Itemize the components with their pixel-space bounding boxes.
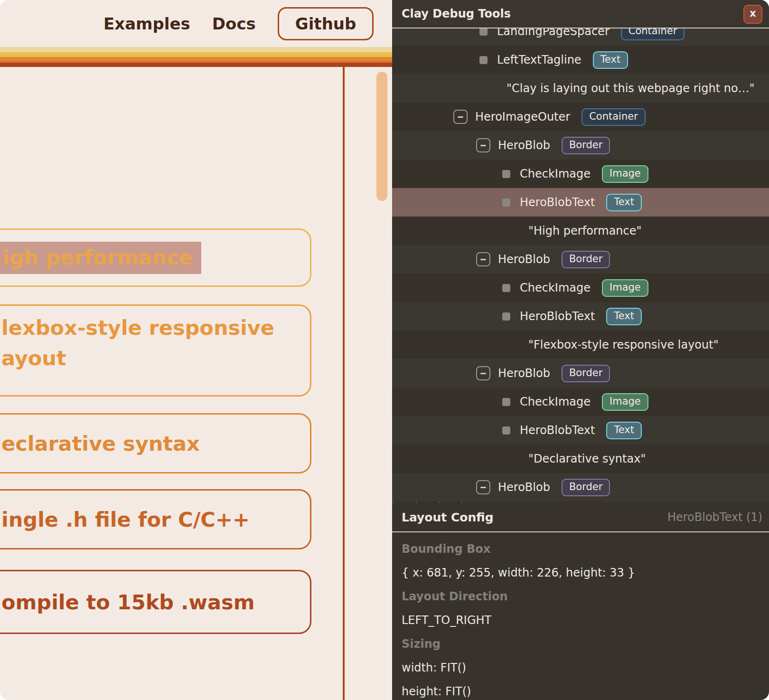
selected-element-name: HeroBlobText (1) <box>667 503 762 531</box>
collapse-toggle-icon[interactable] <box>476 366 490 380</box>
feature-text: ingle .h file for C/C++ <box>0 504 310 535</box>
element-name: CheckImage <box>520 281 591 294</box>
close-icon: x <box>750 8 756 19</box>
element-name: HeroBlobText <box>520 424 595 437</box>
config-property-label: Layout Direction <box>402 585 769 608</box>
app-window: Examples Docs Github igh performancelexb… <box>0 0 769 700</box>
element-name: CheckImage <box>520 395 591 408</box>
element-type-badge: Text <box>593 51 628 69</box>
leaf-icon <box>502 170 510 178</box>
tree-row[interactable]: "Declarative syntax" <box>392 445 769 473</box>
tree-row[interactable]: HeroBlobTextText <box>392 416 769 445</box>
collapse-toggle-icon[interactable] <box>476 252 490 266</box>
leaf-icon <box>502 284 510 292</box>
tree-row[interactable]: HeroBlobBorder <box>392 359 769 388</box>
element-name: LeftTextTagline <box>497 53 581 66</box>
leaf-icon <box>502 426 510 435</box>
element-name: HeroBlobText <box>520 196 595 209</box>
feature-text: lexbox-style responsive <box>0 312 310 343</box>
leaf-icon <box>479 56 488 64</box>
nav-link-examples[interactable]: Examples <box>103 14 190 33</box>
layout-config-body: Bounding Box{ x: 681, y: 255, width: 226… <box>392 532 769 700</box>
text-content-preview: "Clay is laying out this webpage right n… <box>506 82 755 95</box>
element-type-badge: Text <box>606 194 641 211</box>
element-type-badge: Border <box>562 251 610 268</box>
leaf-icon <box>502 398 510 406</box>
top-nav: Examples Docs Github <box>0 0 392 47</box>
element-type-badge: Image <box>602 165 648 183</box>
element-name: LandingPageSpacer <box>497 28 610 38</box>
scrollbar-thumb[interactable] <box>376 72 387 201</box>
github-button[interactable]: Github <box>278 7 374 40</box>
element-type-badge: Image <box>602 279 648 297</box>
feature-card: lexbox-style responsiveayout <box>0 304 311 397</box>
tree-row[interactable]: "Flexbox-style responsive layout" <box>392 331 769 359</box>
collapse-toggle-icon[interactable] <box>453 110 468 124</box>
element-type-badge: Container <box>621 28 685 40</box>
nav-link-docs[interactable]: Docs <box>212 14 256 33</box>
element-type-badge: Border <box>562 137 610 154</box>
element-tree: LandingPageSpacerContainerLeftTextTaglin… <box>392 28 769 503</box>
feature-card: eclarative syntax <box>0 413 311 473</box>
debug-selection-highlight: igh performance <box>0 242 201 274</box>
leaf-icon <box>479 28 488 36</box>
tree-row[interactable]: HeroImageOuterContainer <box>392 103 769 131</box>
feature-text: ompile to 15kb .wasm <box>0 587 310 617</box>
layout-config-header: Layout Config HeroBlobText (1) <box>392 503 769 532</box>
tree-row[interactable]: LandingPageSpacerContainer <box>392 28 769 46</box>
feature-card: ompile to 15kb .wasm <box>0 570 311 634</box>
tree-row[interactable]: HeroBlobTextText <box>392 188 769 217</box>
collapse-toggle-icon[interactable] <box>476 138 490 152</box>
element-name: HeroBlob <box>498 481 550 494</box>
element-name: CheckImage <box>520 167 591 180</box>
close-button[interactable]: x <box>743 5 762 24</box>
element-name: HeroBlob <box>498 139 550 152</box>
element-type-badge: Container <box>581 108 646 126</box>
element-type-badge: Border <box>562 365 610 382</box>
github-button-label: Github <box>295 14 356 33</box>
feature-card: ingle .h file for C/C++ <box>0 489 311 549</box>
text-content-preview: "High performance" <box>528 224 642 237</box>
debug-panel-header: Clay Debug Tools x <box>392 0 769 28</box>
text-content-preview: "Flexbox-style responsive layout" <box>528 338 719 351</box>
debug-panel-title: Clay Debug Tools <box>402 0 511 28</box>
config-property-label: Sizing <box>402 632 769 656</box>
leaf-icon <box>502 312 510 321</box>
config-property-value: LEFT_TO_RIGHT <box>402 608 769 632</box>
feature-text: igh performance <box>2 242 193 273</box>
tree-row[interactable]: LeftTextTaglineText <box>392 46 769 74</box>
collapse-toggle-icon[interactable] <box>476 480 490 494</box>
tree-row[interactable]: CheckImageImage <box>392 160 769 188</box>
clay-debug-panel: Clay Debug Tools x LandingPageSpacerCont… <box>392 0 769 700</box>
feature-text: eclarative syntax <box>0 428 310 459</box>
element-name: HeroBlobText <box>520 310 595 323</box>
element-type-badge: Border <box>562 479 610 496</box>
feature-card: igh performance <box>0 228 311 287</box>
element-name: HeroImageOuter <box>475 110 570 123</box>
element-type-badge: Image <box>602 393 648 411</box>
leaf-icon <box>502 199 510 207</box>
config-property-value: { x: 681, y: 255, width: 226, height: 33… <box>402 561 769 585</box>
feature-text: ayout <box>0 343 310 373</box>
tree-row[interactable]: CheckImageImage <box>392 388 769 416</box>
text-content-preview: "Declarative syntax" <box>528 452 646 465</box>
page-section-divider <box>343 67 345 700</box>
element-name: HeroBlob <box>498 253 550 266</box>
tree-row[interactable]: HeroBlobBorder <box>392 473 769 501</box>
config-property-value: width: FIT() <box>402 656 769 680</box>
tree-row[interactable]: CheckImageImage <box>392 274 769 302</box>
element-name: HeroBlob <box>498 367 550 380</box>
tree-row[interactable]: "Clay is laying out this webpage right n… <box>392 74 769 103</box>
tree-row[interactable]: HeroBlobBorder <box>392 131 769 160</box>
config-property-value: height: FIT() <box>402 680 769 700</box>
element-type-badge: Text <box>606 308 641 325</box>
element-type-badge: Text <box>606 422 641 439</box>
tree-row[interactable]: HeroBlobBorder <box>392 245 769 274</box>
config-property-label: Bounding Box <box>402 537 769 561</box>
layout-config-title: Layout Config <box>402 503 494 531</box>
tree-row[interactable]: "High performance" <box>392 217 769 245</box>
tree-row[interactable]: HeroBlobTextText <box>392 302 769 331</box>
